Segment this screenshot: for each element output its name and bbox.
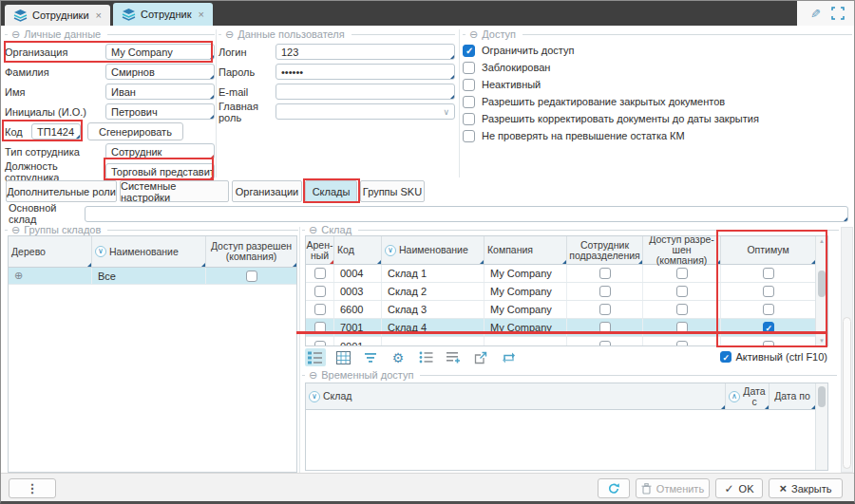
main-warehouse-input[interactable] [85,206,848,222]
optimum-checkbox[interactable] [763,268,774,279]
refresh-button[interactable] [598,478,630,498]
table-row[interactable]: 0004 Склад 1 My Company [306,265,815,283]
sort-down-icon[interactable]: ∨ [95,246,106,257]
detail-list-button[interactable] [415,348,436,366]
scroll-up-icon[interactable]: ▲ [816,238,827,244]
scrollbar-thumb[interactable] [818,271,826,297]
grid-view-button[interactable] [332,348,353,366]
tab-warehouses[interactable]: Склады [305,180,357,202]
email-input[interactable] [276,84,455,100]
edit-closed-docs-checkbox[interactable] [463,96,475,108]
allowed-checkbox[interactable] [676,322,688,333]
correct-docs-checkbox[interactable] [463,113,475,125]
optimum-checkbox[interactable] [763,286,774,297]
scroll-down-icon[interactable]: ▼ [816,338,827,344]
fullscreen-icon[interactable] [831,7,845,20]
scrollbar-thumb[interactable] [818,386,826,407]
tab-sku-groups[interactable]: Группы SKU [360,180,425,202]
expand-node-icon[interactable]: ⊕ [14,270,23,282]
collapse-icon[interactable]: ⊖ [309,225,317,235]
initials-input[interactable]: Петрович [105,103,215,120]
column-access-allowed[interactable]: Доступ разре­шен (компания) [643,236,721,264]
surname-input[interactable]: Смирнов [105,64,215,80]
restrict-access-checkbox[interactable] [463,45,475,57]
tab-additional-roles[interactable]: Дополнительные роли [6,180,117,202]
column-warehouse[interactable]: ∨ Склад [306,383,726,409]
blocked-checkbox[interactable] [463,62,475,74]
allowed-checkbox[interactable] [676,286,688,297]
rented-checkbox[interactable] [314,286,326,297]
position-input[interactable]: Торговый представител [105,163,215,179]
column-optimum[interactable]: Оптимум [721,236,815,264]
collapse-icon[interactable]: ⊖ [225,29,234,40]
sort-down-icon[interactable]: ∨ [309,391,320,402]
active-checkbox[interactable] [720,351,732,363]
table-row[interactable]: ⊕ Все [9,268,296,285]
tab-organizations[interactable]: Организации [232,180,302,202]
main-scrollbar[interactable] [841,227,853,473]
org-input[interactable]: My Company [105,44,215,60]
collapse-icon[interactable]: ⊖ [469,29,478,40]
table-scrollbar[interactable] [815,383,827,470]
password-input[interactable]: •••••• [276,64,455,80]
scrollbar-thumb[interactable] [843,317,851,469]
login-input[interactable]: 123 [276,44,455,60]
table-scrollbar[interactable]: ▲ ▼ [815,236,827,345]
dept-checkbox[interactable] [599,304,611,315]
employee-type-input[interactable]: Сотрудник [105,143,215,159]
column-tree[interactable]: Дерево [9,236,92,267]
list-view-button[interactable] [305,348,326,366]
km-balance-checkbox[interactable] [463,130,475,142]
code-input[interactable]: ТП1424 [31,123,81,140]
column-code[interactable]: Код [334,236,382,264]
table-row[interactable]: 0003 Склад 2 My Company [306,283,815,301]
rented-checkbox[interactable] [314,304,326,315]
tab-employees[interactable]: Сотрудники × [5,5,110,26]
filter-button[interactable] [360,348,381,366]
table-row-selected[interactable]: 7001 Склад 4 My Company [306,319,815,337]
add-row-button[interactable] [443,348,464,366]
column-rented[interactable]: Арен­ный [306,236,334,264]
column-date-to[interactable]: Дата по [770,383,815,409]
sort-up-icon[interactable]: ∧ [729,391,740,402]
collapse-icon[interactable]: ⊖ [11,29,20,40]
optimum-checkbox[interactable] [763,341,774,347]
generate-button[interactable]: Сгенерировать [87,122,183,140]
column-access-allowed[interactable]: Доступ разре­шен (компания) [206,236,296,267]
dept-checkbox[interactable] [599,268,611,279]
rented-checkbox[interactable] [314,268,326,279]
sort-down-icon[interactable]: ∨ [385,245,396,256]
dept-checkbox[interactable] [599,341,611,347]
tab-system-settings[interactable]: Системные настройки [120,180,229,202]
collapse-icon[interactable]: ⊖ [309,370,317,381]
rented-checkbox[interactable] [314,341,326,347]
allowed-checkbox[interactable] [246,271,257,282]
cancel-button[interactable]: Отменить [636,478,710,498]
column-department[interactable]: Сотрудник подразделения [567,236,643,264]
more-actions-button[interactable]: ⋮ [9,478,56,498]
table-row[interactable]: 6600 Склад 3 My Company [306,301,815,319]
column-company[interactable]: Компания [484,236,567,264]
close-button[interactable]: × Закрыть [769,478,843,498]
column-date-from[interactable]: ∧ Дата с [726,383,770,409]
name-input[interactable]: Иван [105,84,215,100]
collapse-icon[interactable]: ⊖ [11,225,20,235]
dept-checkbox[interactable] [599,286,611,297]
rented-checkbox[interactable] [314,322,326,333]
optimum-checkbox[interactable] [763,322,774,333]
tab-employee-active[interactable]: Сотрудник × [113,3,213,26]
dept-checkbox[interactable] [599,322,611,333]
main-role-select[interactable]: ∨ [276,103,455,120]
settings-button[interactable]: ⚙ [388,348,408,366]
allowed-checkbox[interactable] [676,268,688,279]
allowed-checkbox[interactable] [676,341,688,347]
column-name[interactable]: ∨ Наименование [382,236,484,264]
optimum-checkbox[interactable] [763,304,774,315]
refresh-data-button[interactable] [498,348,519,366]
edit-pencil-icon[interactable]: ✎ [810,7,821,21]
close-icon[interactable]: × [198,9,203,20]
column-name[interactable]: ∨ Наименование [92,236,206,267]
close-icon[interactable]: × [96,9,102,21]
ok-button[interactable]: ✓ OK [715,478,763,498]
inactive-checkbox[interactable] [463,79,475,91]
